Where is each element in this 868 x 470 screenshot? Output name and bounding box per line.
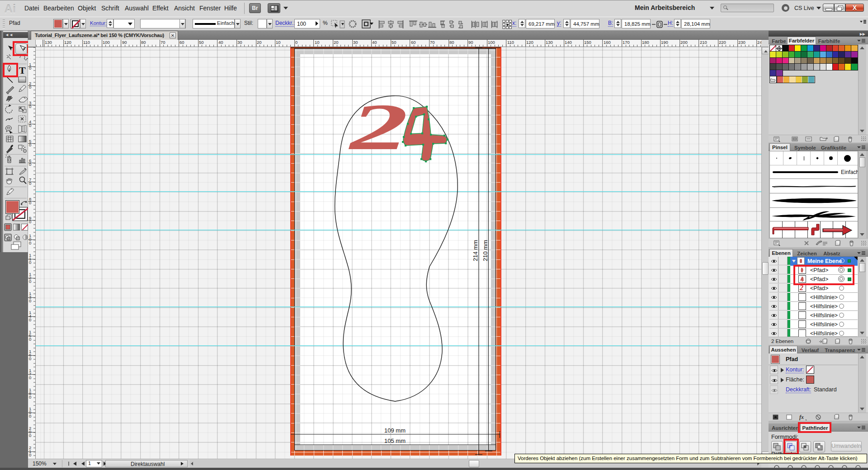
svg-text:214 mm: 214 mm xyxy=(472,240,479,261)
svg-text:T: T xyxy=(19,65,26,76)
svg-text:2: 2 xyxy=(348,90,408,163)
svg-text:105 mm: 105 mm xyxy=(384,437,406,444)
svg-text:210 mm: 210 mm xyxy=(482,240,489,261)
svg-text:fx: fx xyxy=(799,414,804,420)
svg-text:109 mm: 109 mm xyxy=(384,427,406,434)
